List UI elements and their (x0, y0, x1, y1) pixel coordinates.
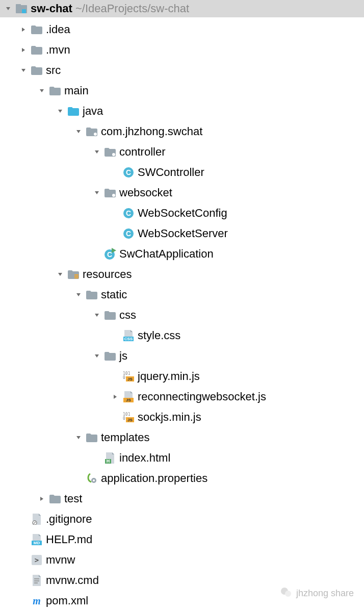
chevron-down-icon[interactable] (93, 148, 101, 156)
folder-resources-icon (67, 268, 80, 281)
tree-item-websocketserver[interactable]: CWebSocketServer (0, 223, 364, 244)
package-icon (86, 125, 98, 138)
tree-item-label: controller (119, 145, 165, 159)
svg-rect-25 (74, 274, 79, 275)
tree-item-label: style.css (138, 329, 180, 342)
svg-text:JS: JS (126, 398, 131, 402)
chevron-down-icon[interactable] (93, 311, 101, 319)
gitignore-icon (31, 513, 43, 525)
chevron-down-icon[interactable] (56, 270, 64, 278)
project-tree[interactable]: .idea.mvnsrcmainjavacom.jhzhong.swchatco… (0, 17, 364, 611)
tree-item-application-properties[interactable]: application.properties (0, 468, 364, 489)
tree-item-label: css (119, 309, 136, 322)
folder-icon (86, 431, 98, 444)
tree-item-websocket[interactable]: websocket (0, 183, 364, 203)
chevron-down-icon (4, 5, 12, 13)
tree-item-src[interactable]: src (0, 60, 364, 81)
js-min-icon: 1010JS (122, 370, 135, 383)
tree-item-controller[interactable]: controller (0, 142, 364, 162)
svg-marker-15 (95, 191, 99, 194)
tree-item-label: WebSocketServer (138, 227, 228, 240)
svg-marker-0 (6, 7, 10, 10)
tree-item-label: SWController (138, 166, 204, 179)
tree-item-reconnectingwebsocket-js[interactable]: JSreconnectingwebsocket.js (0, 387, 364, 407)
svg-rect-27 (74, 277, 79, 278)
tree-item-templates[interactable]: templates (0, 427, 364, 448)
tree-item-help-md[interactable]: MDHELP.md (0, 529, 364, 550)
tree-item--idea[interactable]: .idea (0, 19, 364, 40)
chevron-right-icon[interactable] (19, 46, 28, 54)
html-icon: H (104, 452, 116, 464)
tree-item-sockjs-min-js[interactable]: 1010JSsockjs.min.js (0, 407, 364, 427)
class-icon: C (122, 166, 135, 179)
chevron-right-icon[interactable] (111, 393, 119, 401)
svg-text:C: C (126, 168, 131, 176)
tree-item--gitignore[interactable]: .gitignore (0, 509, 364, 529)
tree-item-mvnw[interactable]: >mvnw (0, 550, 364, 570)
tree-item-label: test (64, 492, 82, 505)
folder-source-icon (67, 105, 80, 117)
tree-item-label: mvnw (46, 553, 75, 567)
chevron-down-icon[interactable] (38, 87, 46, 95)
project-name: sw-chat (31, 2, 72, 15)
maven-icon: m (31, 595, 43, 607)
tree-item-css[interactable]: css (0, 305, 364, 325)
tree-item-com-jhzhong-swchat[interactable]: com.jhzhong.swchat (0, 121, 364, 142)
svg-point-12 (112, 153, 115, 156)
chevron-right-icon[interactable] (19, 26, 28, 34)
chevron-right-icon[interactable] (38, 495, 46, 503)
folder-icon (104, 350, 116, 362)
svg-marker-49 (40, 497, 43, 501)
chevron-down-icon[interactable] (74, 128, 83, 136)
tree-item-style-css[interactable]: CSSstyle.css (0, 325, 364, 346)
tree-item-js[interactable]: js (0, 346, 364, 366)
svg-text:H: H (107, 459, 110, 464)
chevron-down-icon[interactable] (56, 107, 64, 115)
tree-item-label: .idea (46, 23, 70, 36)
tree-item-static[interactable]: static (0, 285, 364, 305)
project-root-header[interactable]: sw-chat ~/IdeaProjects/sw-chat (0, 0, 364, 17)
tree-item-label: index.html (119, 451, 170, 465)
chevron-down-icon[interactable] (93, 189, 101, 197)
class-icon: C (122, 207, 135, 219)
svg-text:CSS: CSS (124, 337, 133, 341)
package-icon (104, 146, 116, 158)
svg-marker-11 (95, 150, 99, 154)
svg-point-48 (93, 479, 95, 481)
svg-marker-24 (58, 273, 62, 276)
folder-icon (31, 23, 43, 36)
project-path: ~/IdeaProjects/sw-chat (75, 2, 189, 15)
tree-item-java[interactable]: java (0, 101, 364, 121)
css-icon: CSS (122, 329, 135, 342)
tree-item-label: templates (101, 431, 149, 444)
tree-item-label: reconnectingwebsocket.js (138, 390, 266, 403)
svg-text:JS: JS (127, 377, 133, 381)
svg-marker-5 (22, 48, 25, 52)
folder-icon (49, 493, 61, 505)
folder-icon (49, 85, 61, 97)
tree-item-label: jquery.min.js (138, 370, 200, 383)
shell-icon: > (31, 554, 43, 566)
tree-item-test[interactable]: test (0, 489, 364, 509)
svg-point-61 (285, 591, 291, 597)
tree-item-jquery-min-js[interactable]: 1010JSjquery.min.js (0, 366, 364, 387)
tree-item-index-html[interactable]: Hindex.html (0, 448, 364, 468)
tree-item-label: .gitignore (46, 513, 92, 526)
svg-point-10 (94, 133, 97, 136)
svg-marker-6 (21, 69, 25, 72)
chevron-down-icon[interactable] (19, 66, 28, 74)
svg-text:m: m (33, 595, 41, 606)
chevron-down-icon[interactable] (74, 291, 83, 299)
chevron-down-icon[interactable] (93, 352, 101, 360)
tree-item--mvn[interactable]: .mvn (0, 40, 364, 60)
tree-item-main[interactable]: main (0, 81, 364, 101)
tree-item-swchatapplication[interactable]: CSwChatApplication (0, 244, 364, 264)
module-folder-icon (15, 3, 28, 15)
folder-icon (31, 44, 43, 56)
svg-point-16 (112, 194, 115, 197)
tree-item-swcontroller[interactable]: CSWController (0, 162, 364, 183)
chevron-down-icon[interactable] (74, 434, 83, 442)
tree-item-websocketconfig[interactable]: CWebSocketConfig (0, 203, 364, 223)
tree-item-label: application.properties (101, 472, 207, 485)
tree-item-resources[interactable]: resources (0, 264, 364, 285)
